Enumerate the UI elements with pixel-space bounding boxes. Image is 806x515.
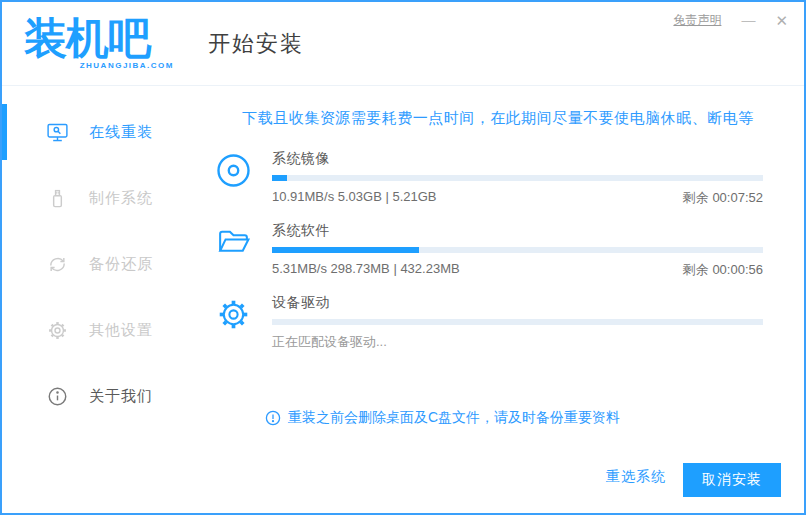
task-stats: 5.31MB/s 298.73MB | 432.23MB (272, 261, 460, 279)
restore-icon (46, 253, 69, 276)
settings-icon (46, 319, 69, 342)
task-remaining: 剩余 00:07:52 (683, 189, 763, 207)
page-title: 开始安装 (208, 29, 304, 59)
progress-fill (272, 175, 287, 181)
header: 装机吧 ZHUANGJIBA.COM 开始安装 免责声明 — ✕ (2, 2, 804, 86)
task-list: 系统镜像 10.91MB/s 5.03GB | 5.21GB 剩余 00:07:… (192, 150, 804, 351)
sidebar-item-label: 制作系统 (89, 189, 153, 208)
gear-icon (215, 296, 252, 333)
backup-warning-note: 重装之前会删除桌面及C盘文件，请及时备份重要资料 (265, 409, 804, 427)
task-remaining: 剩余 00:00:56 (683, 261, 763, 279)
monitor-icon (46, 121, 69, 144)
backup-warning-text: 重装之前会删除桌面及C盘文件，请及时备份重要资料 (288, 409, 620, 427)
minimize-button[interactable]: — (741, 13, 755, 28)
disclaimer-link[interactable]: 免责声明 (673, 12, 721, 29)
disc-icon (215, 152, 252, 189)
active-indicator (2, 104, 7, 160)
task-name: 系统镜像 (272, 150, 763, 168)
about-icon (46, 385, 69, 408)
sidebar-item-make-system[interactable]: 制作系统 (2, 165, 192, 231)
download-notice: 下载且收集资源需要耗费一点时间，在此期间尽量不要使电脑休眠、断电等 (192, 109, 804, 128)
app-window: 装机吧 ZHUANGJIBA.COM 开始安装 免责声明 — ✕ 在线重装 (0, 0, 806, 515)
progress-bar (272, 247, 763, 253)
sidebar-item-online-reinstall[interactable]: 在线重装 (2, 99, 192, 165)
app-logo: 装机吧 ZHUANGJIBA.COM (24, 17, 174, 70)
task-name: 系统软件 (272, 222, 763, 240)
window-controls: 免责声明 — ✕ (673, 12, 788, 29)
warning-icon (265, 410, 281, 426)
task-stats: 10.91MB/s 5.03GB | 5.21GB (272, 189, 437, 207)
task-row-system-software: 系统软件 5.31MB/s 298.73MB | 432.23MB 剩余 00:… (192, 222, 804, 279)
task-status: 正在匹配设备驱动... (272, 333, 763, 351)
sidebar-item-label: 在线重装 (89, 123, 153, 142)
usb-icon (46, 187, 69, 210)
cancel-install-button[interactable]: 取消安装 (683, 463, 781, 497)
app-logo-text: 装机吧 (24, 17, 174, 60)
sidebar: 在线重装 制作系统 备份还原 (2, 87, 192, 513)
task-name: 设备驱动 (272, 294, 763, 312)
main-panel: 下载且收集资源需要耗费一点时间，在此期间尽量不要使电脑休眠、断电等 系统镜像 1… (192, 87, 804, 513)
sidebar-item-about-us[interactable]: 关于我们 (2, 363, 192, 429)
progress-bar (272, 175, 763, 181)
task-row-system-image: 系统镜像 10.91MB/s 5.03GB | 5.21GB 剩余 00:07:… (192, 150, 804, 207)
reselect-system-button[interactable]: 重选系统 (606, 468, 666, 486)
sidebar-item-label: 备份还原 (89, 255, 153, 274)
folder-icon (215, 224, 252, 261)
sidebar-item-label: 其他设置 (89, 321, 153, 340)
sidebar-item-other-settings[interactable]: 其他设置 (2, 297, 192, 363)
progress-bar (272, 319, 763, 325)
progress-fill (272, 247, 419, 253)
sidebar-item-backup-restore[interactable]: 备份还原 (2, 231, 192, 297)
close-button[interactable]: ✕ (775, 13, 788, 28)
task-row-device-driver: 设备驱动 正在匹配设备驱动... (192, 294, 804, 351)
sidebar-item-label: 关于我们 (89, 387, 153, 406)
app-logo-domain: ZHUANGJIBA.COM (24, 62, 174, 70)
